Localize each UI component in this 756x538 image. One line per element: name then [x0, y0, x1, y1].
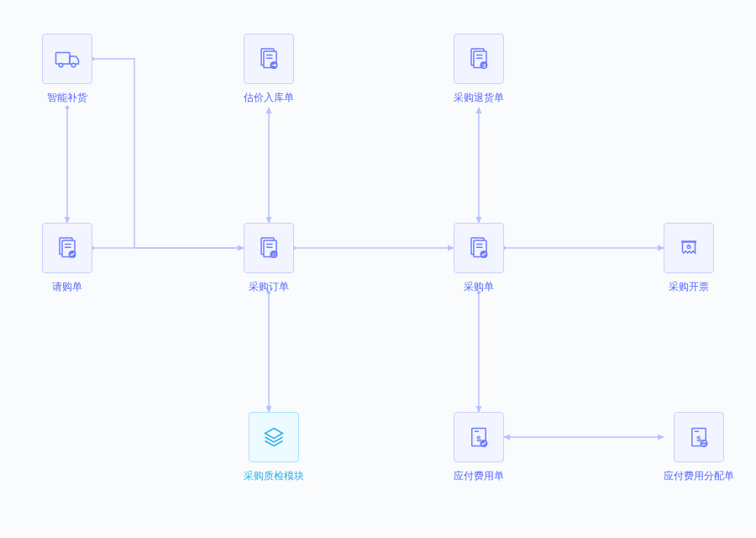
node-qc-module[interactable]: 采购质检模块	[244, 412, 304, 483]
node-ap-expense[interactable]: $ 应付费用单	[454, 412, 504, 483]
receipt-icon	[674, 233, 704, 263]
node-icon-box: 订	[244, 223, 294, 273]
truck-icon	[52, 44, 82, 74]
flow-arrows	[0, 0, 756, 538]
node-purchase-request[interactable]: 请购单	[42, 223, 92, 294]
svg-point-39	[701, 440, 708, 447]
node-icon-box: 退	[454, 34, 504, 84]
svg-rect-1	[56, 53, 71, 65]
node-purchase-doc[interactable]: 采购单	[454, 223, 504, 294]
svg-text:订: 订	[272, 252, 276, 257]
node-label: 估价入库单	[244, 91, 294, 105]
svg-point-2	[59, 63, 63, 67]
document-money-check-icon: $	[464, 422, 494, 452]
document-money-swap-icon: $	[684, 422, 714, 452]
svg-text:退: 退	[482, 63, 486, 68]
node-purchase-return[interactable]: 退 采购退货单	[454, 34, 504, 105]
document-badge-icon: 订	[254, 233, 284, 263]
node-icon-box	[664, 223, 714, 273]
document-check-icon	[464, 233, 494, 263]
node-purchase-order[interactable]: 订 采购订单	[244, 223, 294, 294]
node-icon-box	[244, 34, 294, 84]
document-arrow-icon	[254, 44, 284, 74]
node-label: 智能补货	[47, 91, 87, 105]
svg-point-31	[686, 245, 690, 249]
node-label: 应付费用分配单	[664, 469, 734, 483]
node-smart-replenish[interactable]: 智能补货	[42, 34, 92, 105]
flow-diagram: 智能补货 估价入库单 退 采购退货单	[0, 0, 756, 538]
node-ap-expense-alloc[interactable]: $ 应付费用分配单	[664, 412, 734, 483]
node-icon-box	[454, 223, 504, 273]
node-icon-box	[42, 223, 92, 273]
node-est-inbound[interactable]: 估价入库单	[244, 34, 294, 105]
node-label: 采购开票	[669, 280, 709, 294]
node-label: 应付费用单	[454, 469, 504, 483]
node-label: 采购单	[464, 280, 494, 294]
node-icon-box: $	[454, 412, 504, 462]
node-label: 采购订单	[249, 280, 289, 294]
node-label: 采购退货单	[454, 91, 504, 105]
document-return-icon: 退	[464, 44, 494, 74]
node-label: 采购质检模块	[244, 469, 304, 483]
document-check-icon	[52, 233, 82, 263]
node-icon-box	[42, 34, 92, 84]
svg-point-3	[71, 63, 76, 67]
node-label: 请购单	[52, 280, 82, 294]
stack-icon	[259, 422, 289, 452]
node-icon-box	[249, 412, 299, 462]
node-icon-box: $	[674, 412, 724, 462]
node-invoice[interactable]: 采购开票	[664, 223, 714, 294]
